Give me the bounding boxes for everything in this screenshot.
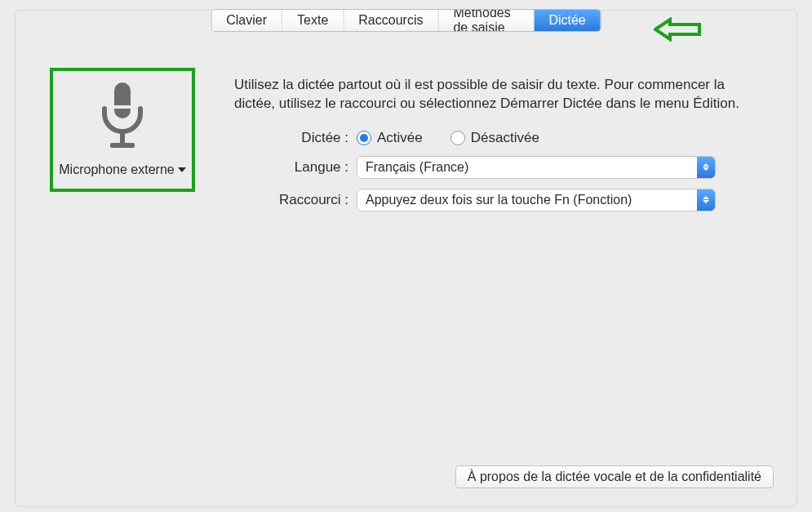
dropdown-stepper-icon: [697, 157, 715, 178]
radio-enabled-label: Activée: [377, 130, 423, 146]
annotation-arrow-icon: [654, 17, 704, 45]
tab-methodes-de-saisie[interactable]: Méthodes de saisie: [438, 10, 534, 31]
radio-enabled[interactable]: Activée: [357, 130, 423, 146]
microphone-label: Microphone externe: [59, 163, 174, 177]
tab-clavier[interactable]: Clavier: [211, 10, 282, 31]
svg-rect-3: [110, 143, 135, 148]
shortcut-label: Raccourci :: [234, 192, 357, 208]
tab-raccourcis[interactable]: Raccourcis: [344, 10, 438, 31]
language-dropdown[interactable]: Français (France): [357, 156, 716, 179]
shortcut-dropdown[interactable]: Appuyez deux fois sur la touche Fn (Fonc…: [357, 189, 716, 211]
radio-disabled-label: Désactivée: [471, 130, 539, 146]
dictation-label: Dictée :: [234, 130, 357, 146]
preferences-panel: Clavier Texte Raccourcis Méthodes de sai…: [15, 10, 797, 507]
chevron-down-icon: [178, 167, 186, 172]
dropdown-stepper-icon: [697, 189, 715, 211]
intro-text: Utilisez la dictée partout où il est pos…: [234, 76, 748, 114]
tab-texte[interactable]: Texte: [282, 10, 344, 31]
radio-checked-icon: [357, 131, 371, 145]
svg-rect-0: [114, 82, 131, 118]
about-privacy-button[interactable]: À propos de la dictée vocale et de la co…: [455, 465, 774, 488]
content-area: Utilisez la dictée partout où il est pos…: [234, 76, 748, 221]
svg-rect-2: [120, 131, 125, 143]
radio-unchecked-icon: [450, 131, 465, 145]
tab-dictee[interactable]: Dictée: [534, 10, 600, 31]
tab-bar: Clavier Texte Raccourcis Méthodes de sai…: [211, 9, 601, 32]
language-value: Français (France): [366, 160, 468, 175]
language-label: Langue :: [234, 159, 357, 176]
radio-disabled[interactable]: Désactivée: [450, 130, 539, 146]
shortcut-value: Appuyez deux fois sur la touche Fn (Fonc…: [366, 193, 632, 207]
svg-rect-1: [114, 105, 131, 109]
microphone-icon: [94, 81, 151, 154]
microphone-selector[interactable]: Microphone externe: [50, 68, 195, 192]
